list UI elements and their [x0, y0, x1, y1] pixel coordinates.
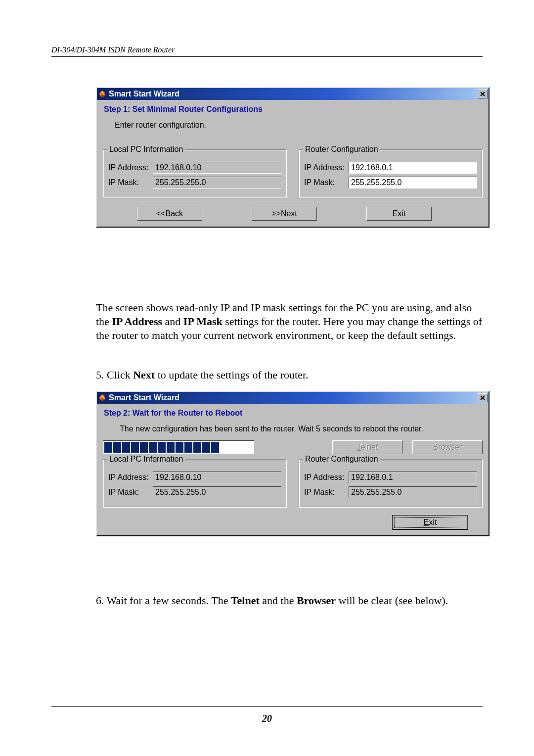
exit-button[interactable]: Exit [366, 207, 432, 221]
page: DI-304/DI-304M ISDN Remote Router Smart … [0, 0, 534, 756]
progress-chunk [184, 442, 192, 453]
progress-chunk [167, 442, 175, 453]
titlebar: Smart Start Wizard [97, 392, 489, 404]
field-row: IP Address: 192.168.0.10 [108, 162, 281, 174]
footer-rule [51, 706, 483, 707]
field-row: IP Address: 192.168.0.10 [108, 472, 281, 483]
button-label: Exit [393, 209, 406, 218]
wizard-dialog-step1: Smart Start Wizard Step 1: Set Minimal R… [96, 87, 490, 228]
progress-bar [103, 440, 254, 454]
progress-chunk [122, 442, 130, 453]
dialog-title: Smart Start Wizard [109, 90, 478, 98]
group-legend: Router Configuration [303, 145, 380, 154]
field-row: IP Mask: 255.255.255.0 [108, 486, 281, 498]
field-row: IP Mask: 255.255.255.0 [108, 177, 281, 189]
field-row: IP Mask: 255.255.255.0 [304, 177, 477, 189]
label-ip-address: IP Address: [304, 473, 349, 482]
group-router-config: Router Configuration IP Address: 192.168… [299, 459, 483, 508]
progress-chunk [149, 442, 157, 453]
local-ip-value: 192.168.0.10 [153, 162, 281, 174]
list-item-5: 5. Click Next to update the settings of … [96, 368, 483, 382]
label-ip-address: IP Address: [304, 163, 349, 172]
progress-chunk [211, 442, 219, 453]
button-label: Telnet [357, 443, 378, 452]
exit-button[interactable]: Exit [393, 516, 468, 529]
wizard-icon [98, 90, 106, 98]
wizard-icon [98, 394, 106, 402]
field-groups: Local PC Information IP Address: 192.168… [103, 149, 483, 198]
back-button[interactable]: <<Back [137, 207, 202, 221]
progress-chunk [193, 442, 201, 453]
group-legend: Local PC Information [107, 455, 185, 464]
progress-chunk [158, 442, 166, 453]
router-mask-value: 255.255.255.0 [349, 486, 477, 498]
step-heading: Step 2: Wait for the Router to Reboot [104, 409, 483, 418]
titlebar: Smart Start Wizard [97, 88, 489, 100]
browser-button: Browser [412, 440, 483, 454]
dialog-title: Smart Start Wizard [109, 393, 478, 402]
local-mask-value: 255.255.255.0 [153, 177, 281, 189]
close-button[interactable] [478, 90, 488, 98]
dialog-body: Step 2: Wait for the Router to Reboot Th… [97, 404, 489, 535]
field-row: IP Address: 192.168.0.1 [304, 162, 477, 174]
button-row: Exit [103, 516, 483, 529]
group-legend: Router Configuration [303, 455, 380, 464]
close-button[interactable] [478, 393, 488, 402]
progress-chunk [104, 442, 112, 453]
group-legend: Local PC Information [107, 145, 185, 154]
field-row: IP Address: 192.168.0.1 [304, 472, 477, 483]
local-mask-value: 255.255.255.0 [153, 486, 281, 498]
list-item-6: 6. Wait for a few seconds. The Telnet an… [96, 594, 483, 608]
progress-chunk [113, 442, 121, 453]
dialog-body: Step 1: Set Minimal Router Configuration… [97, 100, 489, 227]
label-ip-address: IP Address: [108, 163, 153, 172]
router-mask-input[interactable]: 255.255.255.0 [349, 177, 477, 189]
label-ip-mask: IP Mask: [108, 178, 153, 187]
paragraph: The screen shows read-only IP and IP mas… [96, 301, 483, 342]
progress-chunk [202, 442, 210, 453]
label-ip-address: IP Address: [108, 473, 153, 482]
instruction-text: Enter router configuration. [115, 121, 483, 130]
progress-chunk [176, 442, 183, 453]
field-groups: Local PC Information IP Address: 192.168… [103, 459, 483, 508]
label-ip-mask: IP Mask: [304, 178, 349, 187]
label-ip-mask: IP Mask: [108, 488, 153, 497]
status-text: The new configuration has been sent to t… [120, 425, 478, 433]
router-ip-value: 192.168.0.1 [349, 472, 477, 483]
button-label: Browser [433, 443, 462, 452]
progress-chunk [140, 442, 148, 453]
running-header: DI-304/DI-304M ISDN Remote Router [51, 46, 483, 57]
progress-row: Telnet Browser [103, 440, 483, 454]
button-label: >>Next [271, 209, 297, 218]
group-router-config: Router Configuration IP Address: 192.168… [299, 149, 483, 198]
button-label: <<Back [156, 209, 183, 218]
button-label: Exit [424, 518, 437, 527]
telnet-button: Telnet [332, 440, 402, 454]
router-ip-input[interactable]: 192.168.0.1 [349, 162, 477, 174]
group-local-pc: Local PC Information IP Address: 192.168… [103, 459, 287, 508]
local-ip-value: 192.168.0.10 [153, 472, 281, 483]
wizard-dialog-step2: Smart Start Wizard Step 2: Wait for the … [96, 391, 490, 536]
button-row: <<Back >>Next Exit [103, 207, 483, 221]
step-heading: Step 1: Set Minimal Router Configuration… [104, 105, 483, 114]
next-button[interactable]: >>Next [252, 207, 317, 221]
field-row: IP Mask: 255.255.255.0 [304, 486, 477, 498]
page-number: 20 [0, 713, 534, 724]
progress-chunk [131, 442, 139, 453]
label-ip-mask: IP Mask: [304, 488, 349, 497]
group-local-pc: Local PC Information IP Address: 192.168… [103, 149, 287, 198]
